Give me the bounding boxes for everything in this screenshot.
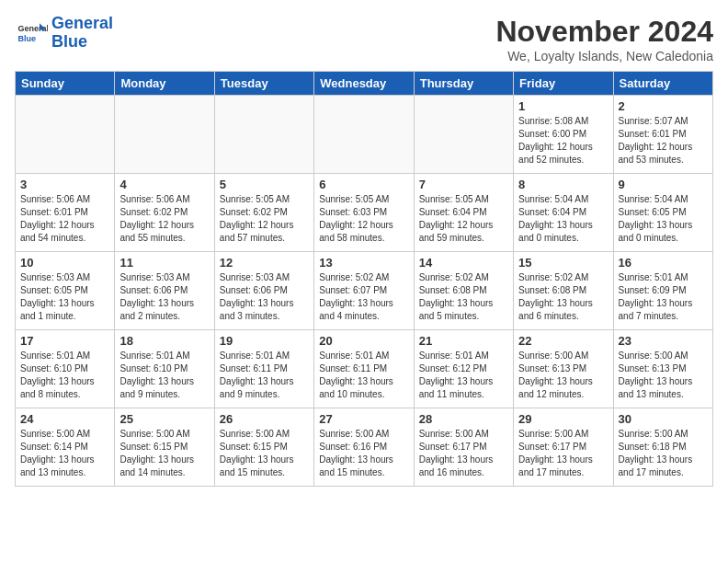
day-number: 12 [220, 256, 309, 270]
day-info: Sunrise: 5:03 AM Sunset: 6:06 PM Dayligh… [220, 271, 309, 323]
calendar-cell: 20Sunrise: 5:01 AM Sunset: 6:11 PM Dayli… [314, 330, 414, 408]
day-header-tuesday: Tuesday [214, 72, 313, 96]
calendar-cell: 27Sunrise: 5:00 AM Sunset: 6:16 PM Dayli… [314, 408, 414, 487]
calendar-cell: 13Sunrise: 5:02 AM Sunset: 6:07 PM Dayli… [314, 252, 414, 330]
day-header-saturday: Saturday [613, 72, 712, 96]
calendar-cell: 9Sunrise: 5:04 AM Sunset: 6:05 PM Daylig… [613, 174, 712, 252]
day-number: 16 [619, 256, 708, 270]
day-number: 22 [518, 334, 608, 348]
day-info: Sunrise: 5:01 AM Sunset: 6:10 PM Dayligh… [20, 350, 109, 401]
day-number: 29 [518, 412, 608, 426]
location-subtitle: We, Loyalty Islands, New Caledonia [495, 49, 713, 63]
calendar-cell: 14Sunrise: 5:02 AM Sunset: 6:08 PM Dayli… [414, 252, 513, 330]
calendar-cell: 17Sunrise: 5:01 AM Sunset: 6:10 PM Dayli… [16, 330, 115, 408]
day-info: Sunrise: 5:01 AM Sunset: 6:12 PM Dayligh… [419, 350, 508, 401]
day-number: 13 [319, 256, 408, 270]
calendar-cell: 3Sunrise: 5:06 AM Sunset: 6:01 PM Daylig… [16, 174, 115, 252]
svg-text:Blue: Blue [18, 34, 37, 43]
calendar-cell: 16Sunrise: 5:01 AM Sunset: 6:09 PM Dayli… [613, 252, 712, 330]
calendar-cell: 24Sunrise: 5:00 AM Sunset: 6:14 PM Dayli… [16, 408, 115, 487]
day-number: 9 [619, 178, 708, 191]
day-info: Sunrise: 5:02 AM Sunset: 6:08 PM Dayligh… [419, 271, 508, 323]
day-number: 15 [518, 256, 608, 270]
day-header-sunday: Sunday [16, 72, 115, 96]
calendar-cell: 23Sunrise: 5:00 AM Sunset: 6:13 PM Dayli… [613, 330, 712, 408]
day-number: 27 [319, 412, 408, 426]
day-info: Sunrise: 5:04 AM Sunset: 6:05 PM Dayligh… [619, 193, 708, 245]
day-number: 19 [220, 334, 309, 348]
day-info: Sunrise: 5:00 AM Sunset: 6:15 PM Dayligh… [119, 428, 209, 479]
calendar-cell [115, 96, 214, 174]
header: General Blue General Blue November 2024 … [15, 15, 713, 63]
day-info: Sunrise: 5:01 AM Sunset: 6:09 PM Dayligh… [619, 271, 708, 323]
calendar-cell [214, 96, 313, 174]
day-info: Sunrise: 5:00 AM Sunset: 6:13 PM Dayligh… [518, 350, 608, 401]
calendar-cell [16, 96, 115, 174]
calendar-cell: 5Sunrise: 5:05 AM Sunset: 6:02 PM Daylig… [214, 174, 313, 252]
calendar-cell: 19Sunrise: 5:01 AM Sunset: 6:11 PM Dayli… [214, 330, 313, 408]
calendar-cell: 4Sunrise: 5:06 AM Sunset: 6:02 PM Daylig… [115, 174, 214, 252]
calendar-cell: 7Sunrise: 5:05 AM Sunset: 6:04 PM Daylig… [414, 174, 513, 252]
day-header-friday: Friday [514, 72, 613, 96]
day-number: 5 [220, 178, 309, 191]
day-number: 24 [20, 412, 109, 426]
day-number: 14 [419, 256, 508, 270]
day-number: 20 [319, 334, 408, 348]
day-info: Sunrise: 5:00 AM Sunset: 6:15 PM Dayligh… [220, 428, 309, 479]
calendar-cell: 8Sunrise: 5:04 AM Sunset: 6:04 PM Daylig… [514, 174, 613, 252]
day-number: 1 [518, 99, 608, 113]
day-number: 10 [20, 256, 109, 270]
calendar-cell: 11Sunrise: 5:03 AM Sunset: 6:06 PM Dayli… [115, 252, 214, 330]
day-info: Sunrise: 5:00 AM Sunset: 6:17 PM Dayligh… [419, 428, 508, 479]
day-info: Sunrise: 5:07 AM Sunset: 6:01 PM Dayligh… [619, 115, 708, 167]
day-number: 3 [20, 178, 109, 191]
calendar-cell: 15Sunrise: 5:02 AM Sunset: 6:08 PM Dayli… [514, 252, 613, 330]
calendar-cell: 10Sunrise: 5:03 AM Sunset: 6:05 PM Dayli… [16, 252, 115, 330]
day-info: Sunrise: 5:05 AM Sunset: 6:02 PM Dayligh… [220, 193, 309, 245]
day-number: 18 [119, 334, 209, 348]
day-number: 21 [419, 334, 508, 348]
day-info: Sunrise: 5:06 AM Sunset: 6:01 PM Dayligh… [20, 193, 109, 245]
calendar-cell: 25Sunrise: 5:00 AM Sunset: 6:15 PM Dayli… [115, 408, 214, 487]
day-info: Sunrise: 5:00 AM Sunset: 6:14 PM Dayligh… [20, 428, 109, 479]
day-header-wednesday: Wednesday [314, 72, 414, 96]
logo: General Blue General Blue [15, 15, 113, 52]
day-number: 26 [220, 412, 309, 426]
calendar-week-3: 10Sunrise: 5:03 AM Sunset: 6:05 PM Dayli… [16, 252, 713, 330]
calendar-cell: 6Sunrise: 5:05 AM Sunset: 6:03 PM Daylig… [314, 174, 414, 252]
day-number: 23 [619, 334, 708, 348]
day-info: Sunrise: 5:00 AM Sunset: 6:18 PM Dayligh… [619, 428, 708, 479]
day-number: 6 [319, 178, 408, 191]
calendar-cell: 26Sunrise: 5:00 AM Sunset: 6:15 PM Dayli… [214, 408, 313, 487]
day-number: 30 [619, 412, 708, 426]
calendar-cell: 29Sunrise: 5:00 AM Sunset: 6:17 PM Dayli… [514, 408, 613, 487]
logo-name-blue: Blue [51, 33, 113, 52]
day-info: Sunrise: 5:00 AM Sunset: 6:17 PM Dayligh… [518, 428, 608, 479]
day-info: Sunrise: 5:01 AM Sunset: 6:10 PM Dayligh… [119, 350, 209, 401]
month-title: November 2024 [495, 15, 713, 49]
day-info: Sunrise: 5:01 AM Sunset: 6:11 PM Dayligh… [319, 350, 408, 401]
day-info: Sunrise: 5:03 AM Sunset: 6:05 PM Dayligh… [20, 271, 109, 323]
title-area: November 2024 We, Loyalty Islands, New C… [495, 15, 713, 63]
day-header-monday: Monday [115, 72, 214, 96]
day-number: 17 [20, 334, 109, 348]
calendar-week-5: 24Sunrise: 5:00 AM Sunset: 6:14 PM Dayli… [16, 408, 713, 487]
calendar-cell: 22Sunrise: 5:00 AM Sunset: 6:13 PM Dayli… [514, 330, 613, 408]
day-header-thursday: Thursday [414, 72, 513, 96]
calendar-cell: 2Sunrise: 5:07 AM Sunset: 6:01 PM Daylig… [613, 96, 712, 174]
calendar-cell: 28Sunrise: 5:00 AM Sunset: 6:17 PM Dayli… [414, 408, 513, 487]
calendar-cell: 1Sunrise: 5:08 AM Sunset: 6:00 PM Daylig… [514, 96, 613, 174]
calendar-table: SundayMondayTuesdayWednesdayThursdayFrid… [15, 71, 713, 487]
day-info: Sunrise: 5:05 AM Sunset: 6:04 PM Dayligh… [419, 193, 508, 245]
day-info: Sunrise: 5:03 AM Sunset: 6:06 PM Dayligh… [119, 271, 209, 323]
day-info: Sunrise: 5:04 AM Sunset: 6:04 PM Dayligh… [518, 193, 608, 245]
calendar-header-row: SundayMondayTuesdayWednesdayThursdayFrid… [16, 72, 713, 96]
day-info: Sunrise: 5:01 AM Sunset: 6:11 PM Dayligh… [220, 350, 309, 401]
day-info: Sunrise: 5:00 AM Sunset: 6:13 PM Dayligh… [619, 350, 708, 401]
logo-icon: General Blue [15, 17, 48, 50]
day-info: Sunrise: 5:05 AM Sunset: 6:03 PM Dayligh… [319, 193, 408, 245]
day-info: Sunrise: 5:00 AM Sunset: 6:16 PM Dayligh… [319, 428, 408, 479]
day-number: 4 [119, 178, 209, 191]
calendar-week-4: 17Sunrise: 5:01 AM Sunset: 6:10 PM Dayli… [16, 330, 713, 408]
logo-name-general: General [51, 15, 113, 33]
